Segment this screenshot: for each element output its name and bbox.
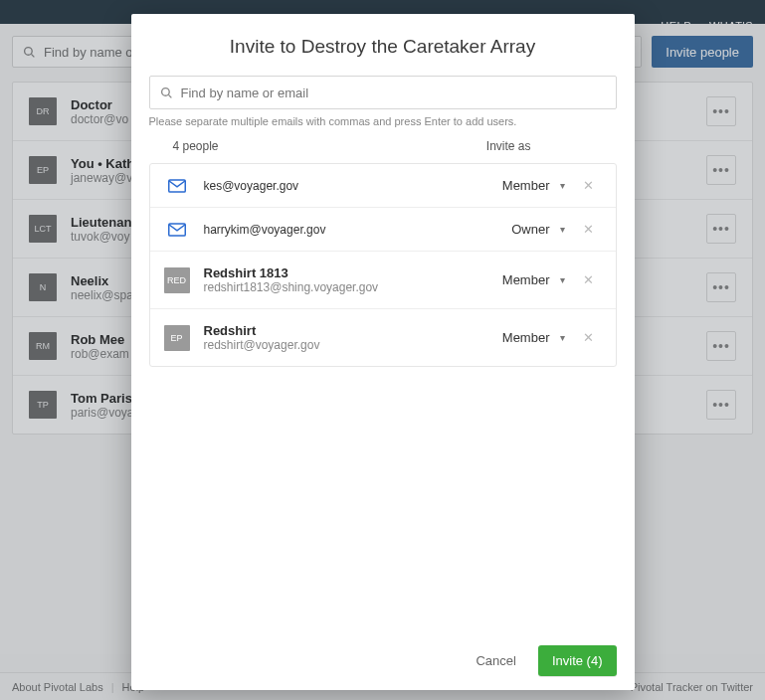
avatar: RED <box>164 267 190 293</box>
remove-invitee-button[interactable]: ✕ <box>576 178 602 193</box>
svg-point-2 <box>161 88 169 95</box>
chevron-down-icon[interactable]: ▾ <box>550 180 576 191</box>
invite-row: kes@voyager.govMember▾✕ <box>150 164 616 208</box>
invitee-role[interactable]: Member <box>490 178 550 193</box>
invite-row: harrykim@voyager.govOwner▾✕ <box>150 208 616 252</box>
invite-count: 4 people <box>173 139 219 153</box>
modal-title: Invite to Destroy the Caretaker Array <box>131 14 635 76</box>
invitee-name: Redshirt <box>204 323 490 338</box>
chevron-down-icon[interactable]: ▾ <box>550 274 576 285</box>
invite-list: kes@voyager.govMember▾✕harrykim@voyager.… <box>149 163 617 367</box>
mail-icon <box>164 179 190 193</box>
invitee-role[interactable]: Member <box>490 330 550 345</box>
chevron-down-icon[interactable]: ▾ <box>550 224 576 235</box>
avatar: EP <box>164 325 190 351</box>
invite-search[interactable] <box>149 76 617 109</box>
invite-role-header: Invite as <box>486 139 531 153</box>
remove-invitee-button[interactable]: ✕ <box>576 272 602 287</box>
invite-modal: Invite to Destroy the Caretaker Array Pl… <box>131 14 635 690</box>
invite-search-input[interactable] <box>181 86 606 100</box>
invitee-email: harrykim@voyager.gov <box>204 223 490 237</box>
remove-invitee-button[interactable]: ✕ <box>576 222 602 237</box>
invite-helper-text: Please separate multiple emails with com… <box>149 115 617 127</box>
modal-overlay[interactable]: Invite to Destroy the Caretaker Array Pl… <box>0 0 765 700</box>
invite-row: REDRedshirt 1813redshirt1813@shing.voyag… <box>150 252 616 309</box>
mail-icon <box>164 223 190 237</box>
invite-row: EPRedshirtredshirt@voyager.govMember▾✕ <box>150 309 616 366</box>
invitee-email: redshirt1813@shing.voyager.gov <box>204 280 490 294</box>
invitee-role[interactable]: Owner <box>490 222 550 237</box>
svg-line-3 <box>168 94 171 97</box>
invitee-email: kes@voyager.gov <box>204 179 490 193</box>
invitee-role[interactable]: Member <box>490 272 550 287</box>
invite-submit-button[interactable]: Invite (4) <box>538 645 617 676</box>
invitee-name: Redshirt 1813 <box>204 265 490 280</box>
chevron-down-icon[interactable]: ▾ <box>550 332 576 343</box>
remove-invitee-button[interactable]: ✕ <box>576 330 602 345</box>
cancel-button[interactable]: Cancel <box>468 647 523 674</box>
search-icon <box>160 87 173 99</box>
invitee-email: redshirt@voyager.gov <box>204 338 490 352</box>
